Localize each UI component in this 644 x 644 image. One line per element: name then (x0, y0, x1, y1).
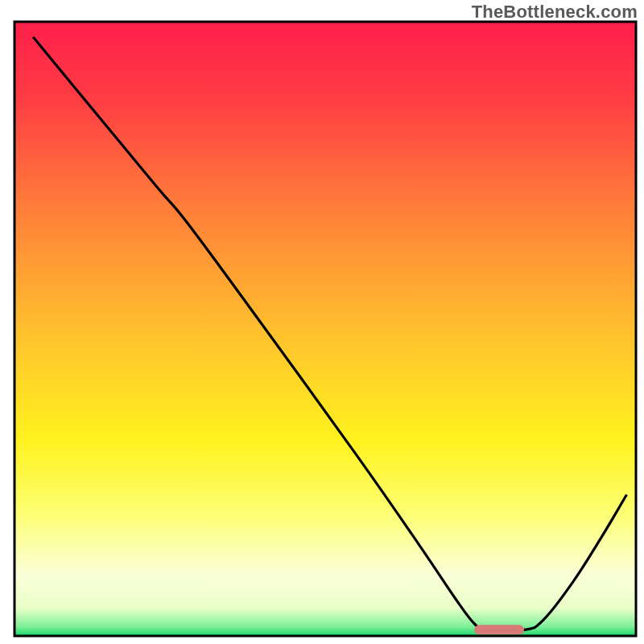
gradient-background (14, 22, 636, 636)
optimal-zone-marker (474, 625, 524, 634)
chart-svg (0, 0, 644, 644)
plot-area (14, 22, 636, 636)
bottleneck-chart: TheBottleneck.com (0, 0, 644, 644)
